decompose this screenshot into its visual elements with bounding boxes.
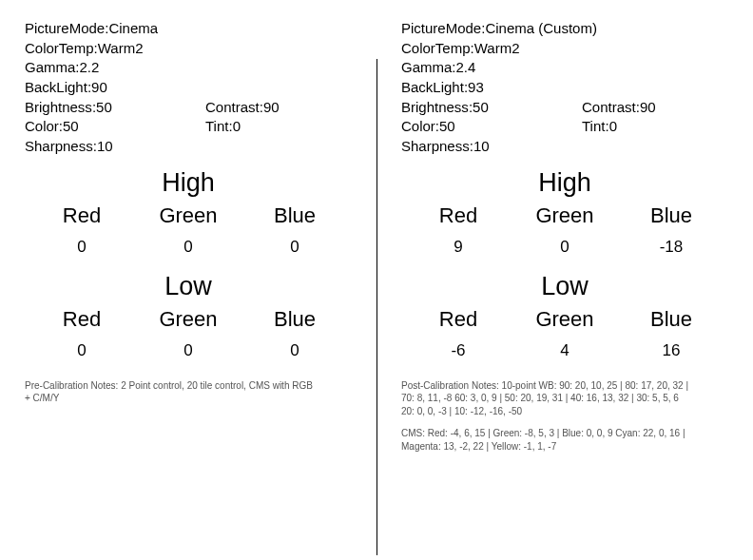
label-colortemp: ColorTemp	[25, 39, 98, 59]
label-sharpness: Sharpness	[401, 137, 473, 157]
value-brightness: 50	[96, 98, 112, 118]
value-backlight: 90	[91, 78, 107, 98]
left-high-red: 0	[29, 238, 135, 257]
label-backlight: BackLight	[401, 78, 468, 98]
table-low-left: Red0 Green0 Blue0	[25, 307, 352, 366]
right-high-blue: -18	[618, 238, 724, 257]
heading-high: High	[25, 168, 352, 198]
col-green: Green	[135, 203, 241, 228]
label-tint: Tint	[205, 117, 233, 137]
value-contrast: 90	[640, 98, 656, 118]
post-notes-cms: CMS: Red: -4, 6, 15 | Green: -8, 5, 3 | …	[401, 427, 690, 453]
label-backlight: BackLight	[25, 78, 91, 98]
left-high-green: 0	[135, 238, 241, 257]
value-sharpness: 10	[97, 137, 113, 157]
heading-low: Low	[25, 272, 352, 301]
value-gamma: 2.2	[80, 58, 100, 78]
label-contrast: Contrast	[205, 98, 263, 118]
left-low-blue: 0	[241, 341, 348, 360]
heading-high: High	[401, 168, 728, 198]
label-brightness: Brightness	[25, 98, 96, 118]
value-picturemode: Cinema (Custom)	[485, 19, 597, 39]
pre-notes-text: Pre-Calibration Notes: 2 Point control, …	[25, 379, 314, 405]
col-blue: Blue	[241, 203, 348, 228]
right-high-red: 9	[405, 238, 512, 257]
value-tint: 0	[233, 117, 241, 137]
label-picturemode: PictureMode	[401, 19, 485, 39]
col-red: Red	[405, 307, 512, 332]
value-tint: 0	[609, 117, 617, 137]
col-blue: Blue	[241, 307, 348, 332]
table-high-left: Red0 Green0 Blue0	[25, 203, 352, 262]
col-green: Green	[135, 307, 241, 332]
label-colortemp: ColorTemp	[401, 39, 474, 59]
heading-low: Low	[401, 272, 728, 301]
label-gamma: Gamma	[401, 58, 456, 78]
label-brightness: Brightness	[401, 98, 473, 118]
table-high-right: Red9 Green0 Blue-18	[401, 203, 728, 262]
value-brightness: 50	[473, 98, 489, 118]
table-low-right: Red-6 Green4 Blue16	[401, 307, 728, 366]
right-high-green: 0	[512, 238, 618, 257]
left-low-red: 0	[29, 341, 135, 360]
label-sharpness: Sharpness	[25, 137, 97, 157]
panel-post-calibration: PictureModeCinema (Custom) ColorTempWarm…	[376, 0, 753, 560]
col-red: Red	[29, 203, 135, 228]
col-blue: Blue	[618, 203, 724, 228]
col-blue: Blue	[618, 307, 724, 332]
col-green: Green	[512, 307, 618, 332]
left-high-blue: 0	[241, 238, 348, 257]
vertical-divider	[376, 59, 377, 555]
pre-calibration-notes: Pre-Calibration Notes: 2 Point control, …	[25, 379, 352, 405]
label-color: Color	[401, 117, 439, 137]
label-color: Color	[25, 117, 63, 137]
right-low-blue: 16	[618, 341, 724, 360]
value-contrast: 90	[263, 98, 280, 118]
value-gamma: 2.4	[456, 58, 476, 78]
value-colortemp: Warm2	[474, 39, 520, 59]
label-contrast: Contrast	[582, 98, 640, 118]
col-green: Green	[512, 203, 618, 228]
value-picturemode: Cinema	[108, 19, 158, 39]
value-color: 50	[63, 117, 79, 137]
right-low-green: 4	[512, 341, 618, 360]
settings-block-left: PictureModeCinema ColorTempWarm2 Gamma2.…	[25, 19, 352, 157]
col-red: Red	[405, 203, 512, 228]
value-backlight: 93	[468, 78, 484, 98]
post-calibration-notes: Post-Calibration Notes: 10-point WB: 90:…	[401, 379, 728, 454]
left-low-green: 0	[135, 341, 241, 360]
label-gamma: Gamma	[25, 58, 80, 78]
post-notes-wb: Post-Calibration Notes: 10-point WB: 90:…	[401, 379, 690, 418]
value-sharpness: 10	[473, 137, 490, 157]
value-color: 50	[439, 117, 455, 137]
value-colortemp: Warm2	[98, 39, 144, 59]
label-tint: Tint	[582, 117, 609, 137]
panel-pre-calibration: PictureModeCinema ColorTempWarm2 Gamma2.…	[0, 0, 376, 560]
label-picturemode: PictureMode	[25, 19, 108, 39]
settings-block-right: PictureModeCinema (Custom) ColorTempWarm…	[401, 19, 728, 157]
col-red: Red	[29, 307, 135, 332]
right-low-red: -6	[405, 341, 512, 360]
